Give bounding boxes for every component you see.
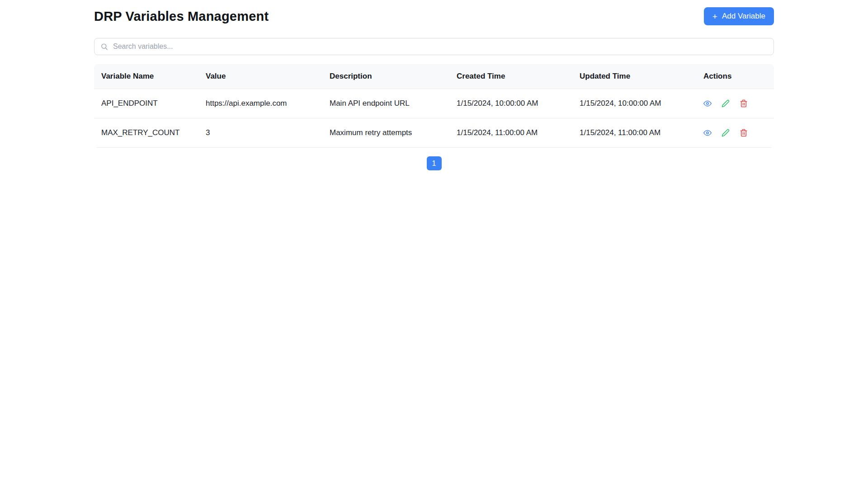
delete-button[interactable] [740,129,748,137]
column-header-description: Description [322,64,449,89]
cell-description: Main API endpoint URL [322,89,449,118]
edit-button[interactable] [722,129,730,137]
column-header-actions: Actions [696,64,774,89]
page-title: DRP Variables Management [94,9,269,24]
cell-value: https://api.example.com [198,89,322,118]
cell-updated-time: 1/15/2024, 10:00:00 AM [572,89,696,118]
table-row: API_ENDPOINT https://api.example.com Mai… [94,89,774,118]
column-header-updated-time: Updated Time [572,64,696,89]
view-button[interactable] [703,99,712,108]
add-variable-button[interactable]: + Add Variable [704,7,774,25]
variables-table: Variable Name Value Description Created … [94,64,774,148]
delete-button[interactable] [740,99,748,108]
search-bar [94,38,774,55]
eye-icon [703,129,712,137]
cell-actions [696,118,774,148]
cell-created-time: 1/15/2024, 10:00:00 AM [449,89,572,118]
column-header-variable-name: Variable Name [94,64,198,89]
cell-description: Maximum retry attempts [322,118,449,148]
search-input[interactable] [94,38,774,55]
cell-created-time: 1/15/2024, 11:00:00 AM [449,118,572,148]
trash-icon [740,129,748,137]
trash-icon [740,99,748,108]
cell-variable-name: MAX_RETRY_COUNT [94,118,198,148]
pencil-icon [722,99,730,108]
column-header-created-time: Created Time [449,64,572,89]
eye-icon [703,99,712,108]
pagination-page-1-button[interactable]: 1 [427,156,442,170]
page-container: DRP Variables Management + Add Variable … [94,0,774,170]
column-header-value: Value [198,64,322,89]
pagination: 1 [94,156,774,170]
table-row: MAX_RETRY_COUNT 3 Maximum retry attempts… [94,118,774,148]
cell-updated-time: 1/15/2024, 11:00:00 AM [572,118,696,148]
plus-icon: + [712,12,717,21]
table-header-row: Variable Name Value Description Created … [94,64,774,89]
add-variable-button-label: Add Variable [722,12,765,21]
pencil-icon [722,129,730,137]
cell-actions [696,89,774,118]
cell-value: 3 [198,118,322,148]
edit-button[interactable] [722,99,730,108]
cell-variable-name: API_ENDPOINT [94,89,198,118]
page-header: DRP Variables Management + Add Variable [94,7,774,26]
view-button[interactable] [703,129,712,137]
